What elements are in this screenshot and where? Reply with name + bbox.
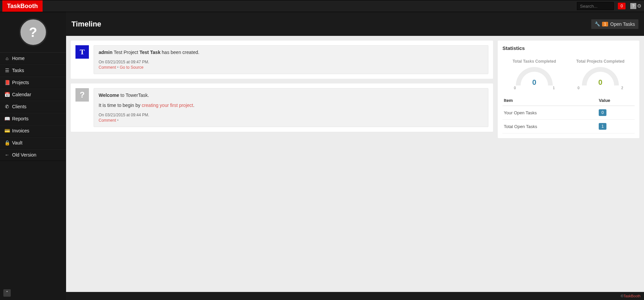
gauge-projects-completed: Total Projects Completed 0 02 (576, 59, 625, 90)
feed-entry: ? Welcome to TowerTask. It is time to be… (71, 83, 493, 132)
sidebar-item-label: Calendar (12, 92, 31, 97)
sidebar-item-calendar[interactable]: 📅 Calendar (0, 88, 66, 101)
sidebar-item-home[interactable]: ⌂ Home (0, 52, 66, 64)
main: Timeline 🔧 1 Open Tasks T admin Test Pro… (66, 12, 644, 300)
sidebar-item-label: Clients (12, 104, 26, 109)
sidebar-item-reports[interactable]: 📖 Reports (0, 113, 66, 125)
timeline-feed: T admin Test Project Test Task has been … (71, 41, 493, 132)
statistics-panel: Statistics Total Tasks Completed 0 01 To… (498, 41, 639, 138)
topbar: TaskBooth 0 ? ⚙ (0, 0, 644, 12)
gauge-value: 0 (587, 78, 614, 87)
gear-icon: ⚙ (637, 3, 641, 9)
table-cell-item: Your Open Tasks (502, 106, 597, 120)
sidebar-item-clients[interactable]: ✆ Clients (0, 101, 66, 113)
user-menu[interactable]: ? ⚙ (628, 0, 644, 12)
gauge-value: 0 (521, 78, 548, 87)
stats-table: Item Value Your Open Tasks 0 Total Open … (502, 95, 635, 133)
footer-brand-link[interactable]: TaskBooth (624, 294, 641, 298)
vault-icon: 🔒 (5, 140, 9, 145)
entry-headline: Welcome to TowerTask. (99, 93, 483, 98)
comment-link[interactable]: Comment (99, 65, 116, 70)
search-input[interactable] (577, 2, 614, 10)
user-avatar-icon: ? (630, 3, 636, 9)
entry-avatar-icon: T (75, 45, 89, 59)
sidebar-item-label: Invoices (12, 128, 29, 133)
brand-logo[interactable]: TaskBooth (2, 0, 43, 12)
table-cell-value: 0 (599, 109, 606, 116)
tasks-icon: ☰ (5, 68, 9, 73)
sidebar-item-projects[interactable]: 📕 Projects (0, 76, 66, 88)
open-tasks-count: 1 (602, 22, 608, 26)
entry-text: It is time to begin by creating your fir… (99, 103, 483, 108)
clients-icon: ✆ (5, 104, 9, 109)
feed-entry: T admin Test Project Test Task has been … (71, 41, 493, 79)
gauge-title: Total Tasks Completed (513, 59, 556, 64)
gauge-tasks-completed: Total Tasks Completed 0 01 (513, 59, 556, 90)
entry-body: Welcome to TowerTask. It is time to begi… (94, 88, 488, 127)
entry-actions: Comment • (99, 118, 483, 123)
profile-avatar-wrap: ? (0, 12, 66, 52)
table-cell-value: 1 (599, 123, 606, 130)
table-row: Your Open Tasks 0 (502, 106, 635, 120)
chevron-up-icon: ˄ (6, 291, 8, 295)
content: T admin Test Project Test Task has been … (66, 36, 644, 292)
comment-link[interactable]: Comment (99, 118, 116, 123)
entry-avatar-icon: ? (75, 88, 89, 102)
table-row: Total Open Tasks 1 (502, 120, 635, 133)
statistics-title: Statistics (502, 45, 635, 51)
sidebar-item-vault[interactable]: 🔒 Vault (0, 137, 66, 149)
sidebar-item-label: Tasks (12, 68, 24, 73)
table-header-item: Item (502, 95, 597, 106)
page-header: Timeline 🔧 1 Open Tasks (66, 12, 644, 36)
gauge-title: Total Projects Completed (576, 59, 625, 64)
entry-timestamp: On 03/21/2015 at 09:47 PM. (99, 60, 483, 64)
create-project-link[interactable]: creating your first project (142, 103, 193, 108)
open-tasks-label: Open Tasks (610, 21, 635, 27)
sidebar-item-label: Projects (12, 80, 29, 85)
reports-icon: 📖 (5, 116, 9, 121)
go-to-source-link[interactable]: Go to Source (120, 65, 144, 70)
entry-headline: admin Test Project Test Task has been cr… (99, 50, 483, 55)
old-version-icon: ← (5, 152, 9, 158)
page-title: Timeline (71, 20, 101, 28)
entry-actions: Comment • Go to Source (99, 65, 483, 70)
table-cell-item: Total Open Tasks (502, 120, 597, 133)
entry-body: admin Test Project Test Task has been cr… (94, 45, 488, 74)
sidebar: ? ⌂ Home ☰ Tasks 📕 Projects 📅 Calendar ✆… (0, 12, 66, 300)
sidebar-item-label: Old Version (12, 152, 36, 158)
footer-copyright: © (621, 294, 624, 298)
wrench-icon: 🔧 (595, 21, 600, 26)
table-header-value: Value (597, 95, 635, 106)
notification-badge[interactable]: 0 (618, 3, 626, 9)
projects-icon: 📕 (5, 80, 9, 85)
sidebar-item-label: Vault (12, 140, 22, 145)
invoices-icon: 💳 (5, 128, 9, 133)
profile-avatar[interactable]: ? (19, 18, 47, 46)
sidebar-item-label: Reports (12, 116, 29, 121)
scroll-top-button[interactable]: ˄ (3, 289, 11, 297)
sidebar-item-invoices[interactable]: 💳 Invoices (0, 125, 66, 137)
open-tasks-button[interactable]: 🔧 1 Open Tasks (591, 19, 639, 29)
calendar-icon: 📅 (5, 92, 9, 97)
sidebar-item-tasks[interactable]: ☰ Tasks (0, 64, 66, 76)
footer: © TaskBooth (66, 292, 644, 300)
entry-timestamp: On 03/21/2015 at 09:44 PM. (99, 113, 483, 117)
home-icon: ⌂ (5, 56, 9, 61)
sidebar-item-old-version[interactable]: ← Old Version (0, 149, 66, 161)
sidebar-item-label: Home (12, 56, 24, 61)
